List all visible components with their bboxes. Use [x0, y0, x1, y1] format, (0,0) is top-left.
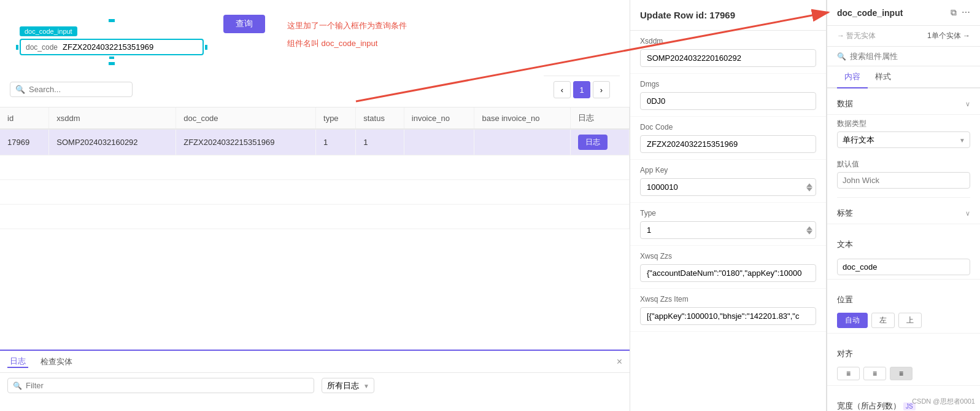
tab-content[interactable]: 内容 — [837, 66, 868, 88]
search-icon: 🔍 — [15, 85, 25, 94]
field-label-doc-code: Doc Code — [640, 123, 816, 131]
field-input-xwsq-zzs[interactable] — [640, 264, 816, 282]
field-input-type[interactable] — [640, 221, 816, 239]
col-header-status: status — [356, 108, 404, 129]
resize-handle-bottom[interactable] — [109, 62, 115, 65]
field-input-dmgs[interactable] — [640, 92, 816, 110]
next-page-button[interactable]: › — [593, 81, 610, 98]
data-table: id xsddm doc_code type status invoice_no… — [0, 108, 630, 229]
resize-handle-top[interactable] — [109, 19, 115, 22]
section-tags-arrow-icon: ∨ — [965, 209, 970, 217]
col-header-base-invoice-no: base invoice_no — [474, 108, 571, 129]
table-row[interactable] — [0, 180, 630, 205]
field-input-app-key[interactable] — [640, 178, 816, 196]
right-panel-title: doc_code_input — [837, 8, 903, 18]
section-width-title: 宽度（所占列数）JS — [837, 401, 916, 411]
field-label-type: Type — [640, 209, 816, 217]
query-button[interactable]: 查询 — [223, 15, 265, 33]
cell-type: 1 — [316, 129, 356, 155]
section-align-header: 对齐 — [837, 343, 970, 364]
doc-code-input[interactable] — [63, 42, 198, 52]
watermark: CSDN @思想者0001 — [912, 397, 975, 406]
app-key-down-arrow[interactable] — [806, 187, 812, 191]
align-left-button[interactable]: ≡ — [837, 367, 860, 380]
field-input-xwsq-zzs-item[interactable] — [640, 307, 816, 325]
section-position-header: 位置 — [837, 289, 970, 310]
resize-handle-bottom-center[interactable] — [109, 57, 114, 59]
col-header-type: type — [316, 108, 356, 129]
col-header-invoice-no: invoice_no — [404, 108, 474, 129]
nav-prev-button[interactable]: → 暂无实体 — [837, 31, 876, 41]
text-value-input[interactable] — [837, 259, 970, 275]
field-label-xsddm: Xsddm — [640, 37, 816, 45]
type-up-arrow[interactable] — [806, 226, 812, 230]
prev-page-button[interactable]: ‹ — [554, 81, 571, 98]
right-panel-header: doc_code_input ⧉ ⋯ — [827, 0, 980, 26]
current-page-button[interactable]: 1 — [573, 81, 590, 98]
default-value-input[interactable] — [837, 172, 970, 189]
align-center-button[interactable]: ≡ — [863, 367, 886, 380]
resize-handle-right[interactable] — [205, 45, 207, 50]
right-tabs: 内容 样式 — [827, 66, 980, 88]
right-search-wrap: 🔍 — [827, 47, 980, 66]
annotation-line2: 组件名叫 doc_code_input — [287, 37, 407, 50]
table-row[interactable] — [0, 155, 630, 180]
log-filter-select[interactable]: 所有日志 错误 警告 信息 — [322, 378, 374, 393]
col-header-xsddm: xsddm — [49, 108, 176, 129]
right-search-icon: 🔍 — [837, 52, 846, 61]
tab-check-entity[interactable]: 检查实体 — [38, 356, 75, 367]
cell-status: 1 — [356, 129, 404, 155]
widget-label: doc_code_input — [20, 26, 77, 36]
field-label-xwsq-zzs-item: Xwsq Zzs Item — [640, 295, 816, 303]
type-down-arrow[interactable] — [806, 230, 812, 234]
tab-log[interactable]: 日志 — [7, 356, 28, 368]
app-key-up-arrow[interactable] — [806, 183, 812, 187]
filter-input-wrap: 🔍 — [7, 378, 314, 393]
close-bottom-panel-button[interactable]: × — [617, 356, 622, 367]
section-data-header[interactable]: 数据 ∨ — [837, 93, 970, 114]
more-icon[interactable]: ⋯ — [962, 7, 970, 18]
tab-style[interactable]: 样式 — [868, 66, 898, 87]
search-input[interactable] — [29, 85, 132, 94]
update-panel-header: Update Row id: 17969 — [630, 0, 826, 31]
right-search-input[interactable] — [850, 52, 970, 61]
cell-id: 17969 — [0, 129, 49, 155]
cell-base-invoice-no — [474, 129, 571, 155]
section-position-title: 位置 — [837, 294, 853, 305]
position-auto-button[interactable]: 自动 — [837, 313, 868, 328]
table-row[interactable]: 17969 SOMP2024032160292 ZFZX202403221535… — [0, 129, 630, 155]
default-value-label: 默认值 — [837, 159, 859, 170]
widget-field-label: doc_code — [26, 43, 58, 52]
section-data-title: 数据 — [837, 98, 853, 109]
align-right-button[interactable]: ≡ — [890, 367, 912, 380]
filter-select-wrap: 所有日志 错误 警告 信息 ▼ — [322, 378, 374, 393]
col-header-log: 日志 — [570, 108, 629, 129]
section-tags-title: 标签 — [837, 208, 853, 219]
data-type-select[interactable]: 单行文本 多行文本 数字 日期 — [837, 131, 970, 148]
entity-count: 1单个实体 → — [927, 31, 970, 41]
cell-doc-code: ZFZX2024032215351969 — [176, 129, 316, 155]
resize-handle-left[interactable] — [16, 45, 18, 50]
field-input-xsddm[interactable] — [640, 49, 816, 67]
col-header-doc-code: doc_code — [176, 108, 316, 129]
section-data-arrow-icon: ∨ — [965, 100, 970, 108]
data-type-label: 数据类型 — [837, 119, 866, 129]
position-left-button[interactable]: 左 — [871, 313, 895, 328]
table-row[interactable] — [0, 205, 630, 229]
copy-icon[interactable]: ⧉ — [951, 7, 957, 18]
field-label-xwsq-zzs: Xwsq Zzs — [640, 252, 816, 260]
log-button[interactable]: 日志 — [578, 135, 608, 150]
position-top-button[interactable]: 上 — [898, 313, 922, 328]
filter-icon: 🔍 — [13, 382, 22, 390]
field-input-doc-code[interactable] — [640, 135, 816, 153]
col-header-id: id — [0, 108, 49, 129]
field-label-app-key: App Key — [640, 166, 816, 174]
section-text-title: 文本 — [837, 239, 853, 250]
field-label-dmgs: Dmgs — [640, 80, 816, 88]
filter-input[interactable] — [26, 381, 309, 390]
section-align-title: 对齐 — [837, 348, 853, 359]
right-panel-nav: → 暂无实体 1单个实体 → — [827, 26, 980, 47]
search-bar: 🔍 — [10, 82, 133, 97]
section-text-header: 文本 — [837, 234, 970, 255]
section-tags-header[interactable]: 标签 ∨ — [837, 203, 970, 224]
